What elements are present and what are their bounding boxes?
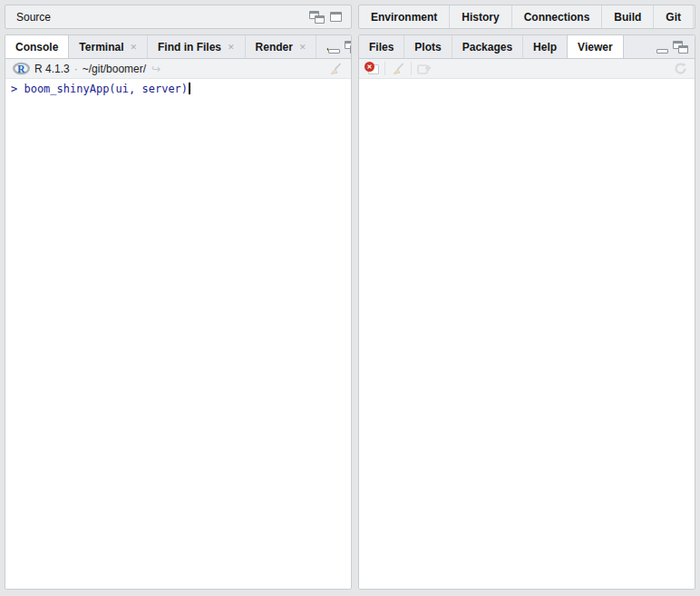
toolbar-separator xyxy=(384,62,385,75)
rstudio-workspace: Source Console Terminal ✕ Find in Files … xyxy=(0,0,700,590)
tab-terminal[interactable]: Terminal ✕ xyxy=(69,35,148,58)
console-input-line: > boom_shinyApp(ui, server) xyxy=(11,83,188,95)
environment-pane-header: Environment History Connections Build Gi… xyxy=(358,5,695,29)
tab-label: Help xyxy=(533,41,557,54)
tab-label: Find in Files xyxy=(158,41,221,54)
remove-viewer-item-icon: ✕ xyxy=(365,62,379,75)
tab-plots[interactable]: Plots xyxy=(404,35,452,58)
tab-label: Packages xyxy=(462,41,512,54)
tab-git[interactable]: Git xyxy=(654,5,694,28)
tab-jobs-clipped[interactable]: J xyxy=(316,35,328,58)
right-column: Environment History Connections Build Gi… xyxy=(358,5,695,590)
restore-pane-icon[interactable] xyxy=(309,11,325,24)
refresh-viewer-button[interactable] xyxy=(674,62,687,75)
working-directory[interactable]: ~/git/boomer/ xyxy=(83,63,146,75)
refresh-icon xyxy=(674,62,687,75)
export-icon xyxy=(417,63,433,75)
tab-tutorial-clipped[interactable]: Tutor xyxy=(694,5,695,28)
export-viewer-button[interactable] xyxy=(417,63,433,75)
source-pane-header: Source xyxy=(5,5,352,29)
minimize-pane-icon[interactable] xyxy=(328,49,340,54)
tab-help[interactable]: Help xyxy=(523,35,568,58)
tab-render[interactable]: Render ✕ xyxy=(246,35,317,58)
toolbar-separator xyxy=(411,62,412,75)
viewer-window-controls xyxy=(656,35,695,58)
maximize-pane-icon[interactable] xyxy=(330,12,342,22)
text-cursor xyxy=(189,83,190,94)
clear-console-button[interactable] xyxy=(328,62,343,76)
viewer-content-area xyxy=(359,79,695,589)
tab-label: Render xyxy=(256,41,293,54)
tab-packages[interactable]: Packages xyxy=(452,35,523,58)
restore-pane-icon[interactable] xyxy=(673,41,688,54)
tab-viewer[interactable]: Viewer xyxy=(567,35,623,59)
left-column: Source Console Terminal ✕ Find in Files … xyxy=(5,5,352,590)
close-icon[interactable]: ✕ xyxy=(299,43,306,52)
source-pane-window-controls xyxy=(309,11,342,24)
tab-console[interactable]: Console xyxy=(5,35,69,59)
svg-text:R: R xyxy=(17,64,25,74)
console-input-area[interactable]: > boom_shinyApp(ui, server) xyxy=(5,79,351,589)
console-window-controls xyxy=(328,35,351,58)
broom-icon xyxy=(391,62,405,76)
tab-connections[interactable]: Connections xyxy=(512,5,603,28)
r-version-label: R 4.1.3 xyxy=(34,63,70,75)
r-logo-icon: R xyxy=(13,62,30,75)
viewer-toolbar: ✕ xyxy=(359,59,695,79)
broom-icon xyxy=(328,62,343,76)
tab-files[interactable]: Files xyxy=(359,35,404,58)
viewer-tabstrip: Files Plots Packages Help Viewer xyxy=(359,35,695,59)
tab-find-in-files[interactable]: Find in Files ✕ xyxy=(148,35,246,58)
console-pane: Console Terminal ✕ Find in Files ✕ Rende… xyxy=(5,34,352,590)
remove-viewer-item-button[interactable]: ✕ xyxy=(365,62,379,75)
restore-pane-icon[interactable] xyxy=(345,41,351,54)
close-icon[interactable]: ✕ xyxy=(130,43,137,52)
console-version-bar: R R 4.1.3 · ~/git/boomer/ ↪ xyxy=(5,59,351,79)
clear-all-viewer-items-button[interactable] xyxy=(391,62,405,76)
tab-history[interactable]: History xyxy=(450,5,511,28)
tab-label: Plots xyxy=(414,41,441,54)
source-pane-title: Source xyxy=(16,11,51,24)
tab-label: Viewer xyxy=(578,41,612,54)
tab-label: Terminal xyxy=(79,41,123,54)
tab-label: Files xyxy=(369,41,394,54)
minimize-pane-icon[interactable] xyxy=(656,49,668,54)
viewer-pane: Files Plots Packages Help Viewer xyxy=(358,34,695,590)
tab-build[interactable]: Build xyxy=(602,5,654,28)
open-in-new-window-arrow-icon[interactable]: ↪ xyxy=(151,63,160,75)
console-tabstrip: Console Terminal ✕ Find in Files ✕ Rende… xyxy=(5,35,351,59)
close-icon[interactable]: ✕ xyxy=(228,43,235,52)
separator-dot: · xyxy=(74,63,78,75)
tab-environment[interactable]: Environment xyxy=(359,5,450,28)
tab-label: Console xyxy=(15,41,58,54)
